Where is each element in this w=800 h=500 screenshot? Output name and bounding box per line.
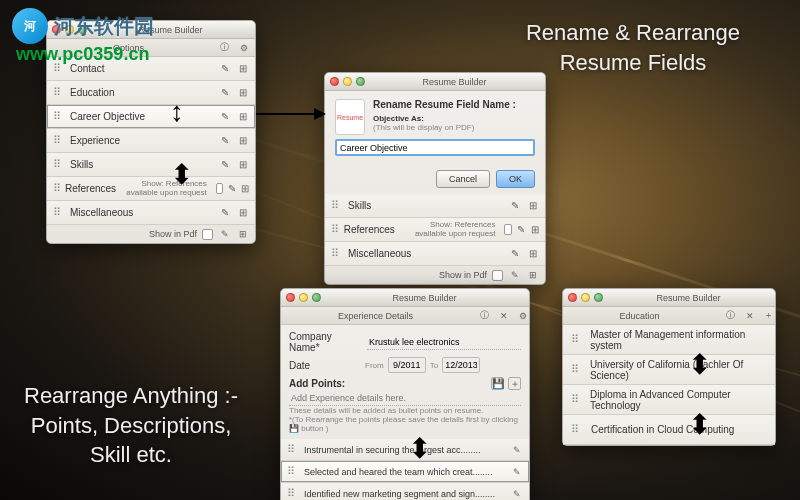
edit-icon[interactable]: ✎ [218, 62, 231, 75]
add-icon[interactable]: ＋ [508, 377, 521, 390]
edit-icon[interactable]: ✎ [218, 86, 231, 99]
grip-icon[interactable]: ⠿ [53, 134, 65, 147]
grip-icon[interactable]: ⠿ [571, 363, 582, 376]
grid-icon[interactable]: ⊞ [526, 269, 539, 282]
row-checkbox[interactable] [216, 183, 223, 194]
list-item[interactable]: ⠿ References Show: References available … [47, 177, 255, 201]
titlebar[interactable]: Resume Builder [563, 289, 775, 307]
dialog-subheading: Objective As: [335, 114, 535, 123]
arrow-updown-icon: ⬍ [688, 348, 711, 381]
edit-icon[interactable]: ✎ [218, 228, 231, 241]
row-label: Experience [70, 135, 213, 146]
grid-icon[interactable]: ⊞ [531, 223, 539, 236]
arrow-updown-icon: ⬍ [408, 432, 431, 465]
grip-icon[interactable]: ⠿ [53, 86, 65, 99]
bullet-row[interactable]: ⠿ Selected and heared the team which cre… [281, 461, 529, 483]
list-item[interactable]: ⠿ Miscellaneous ✎ ⊞ [325, 242, 545, 266]
close-icon[interactable] [330, 77, 339, 86]
rename-input[interactable] [335, 139, 535, 156]
list-item[interactable]: ⠿ Education ✎ ⊞ [47, 81, 255, 105]
info-icon[interactable]: ⓘ [478, 309, 491, 322]
titlebar[interactable]: Resume Builder [281, 289, 529, 307]
grip-icon[interactable]: ⠿ [571, 393, 582, 406]
edit-icon[interactable]: ✎ [510, 465, 523, 478]
edit-icon[interactable]: ✎ [218, 110, 231, 123]
grip-icon[interactable]: ⠿ [571, 423, 583, 436]
grid-icon[interactable]: ⊞ [236, 206, 249, 219]
edit-icon[interactable]: ✎ [510, 443, 523, 456]
edit-icon[interactable]: ✎ [508, 199, 521, 212]
close-icon[interactable]: ✕ [497, 309, 510, 322]
edit-icon[interactable]: ✎ [218, 206, 231, 219]
grip-icon[interactable]: ⠿ [331, 199, 343, 212]
grip-icon[interactable]: ⠿ [331, 247, 343, 260]
education-row[interactable]: ⠿ Master of Management information syste… [563, 325, 775, 355]
edit-icon[interactable]: ✎ [218, 134, 231, 147]
grip-icon[interactable]: ⠿ [53, 206, 65, 219]
grid-icon[interactable]: ⊞ [236, 228, 249, 241]
toolbar-title: Experience Details [281, 311, 470, 321]
edit-icon[interactable]: ✎ [508, 247, 521, 260]
date-to-input[interactable] [442, 357, 480, 373]
grid-icon[interactable]: ⊞ [526, 247, 539, 260]
date-from-input[interactable] [388, 357, 426, 373]
list-item[interactable]: ⠿ Skills ✎ ⊞ [47, 153, 255, 177]
info-icon[interactable]: ⓘ [218, 41, 231, 54]
minimize-icon[interactable] [581, 293, 590, 302]
grid-icon[interactable]: ⊞ [236, 158, 249, 171]
close-icon[interactable] [568, 293, 577, 302]
watermark-logo: 河 [12, 8, 48, 44]
grip-icon[interactable]: ⠿ [331, 223, 339, 236]
grip-icon[interactable]: ⠿ [53, 158, 65, 171]
gear-icon[interactable]: ⚙ [516, 309, 529, 322]
list-item[interactable]: ⠿ Skills ✎ ⊞ [325, 194, 545, 218]
save-icon[interactable]: 💾 [491, 377, 504, 390]
grid-icon[interactable]: ⊞ [236, 86, 249, 99]
grid-icon[interactable]: ⊞ [241, 182, 249, 195]
company-input[interactable] [367, 334, 521, 350]
list-item[interactable]: ⠿ Miscellaneous ✎ ⊞ [47, 201, 255, 225]
grip-icon[interactable]: ⠿ [287, 465, 299, 478]
grip-icon[interactable]: ⠿ [287, 443, 299, 456]
bullet-row[interactable]: ⠿ Identified new marketing segment and s… [281, 483, 529, 500]
grip-icon[interactable]: ⠿ [287, 487, 299, 500]
show-pdf-checkbox[interactable] [492, 270, 503, 281]
education-text: Diploma in Advanced Computer Technology [590, 389, 767, 411]
titlebar[interactable]: Resume Builder [325, 73, 545, 91]
zoom-icon[interactable] [312, 293, 321, 302]
grip-icon[interactable]: ⠿ [571, 333, 582, 346]
add-point-input[interactable] [289, 390, 521, 406]
row-checkbox[interactable] [504, 224, 512, 235]
edit-icon[interactable]: ✎ [517, 223, 525, 236]
info-icon[interactable]: ⓘ [724, 309, 737, 322]
edit-icon[interactable]: ✎ [508, 269, 521, 282]
minimize-icon[interactable] [343, 77, 352, 86]
bullet-row[interactable]: ⠿ Instrumental in securing the largest a… [281, 439, 529, 461]
from-label: From [365, 361, 384, 370]
education-row[interactable]: ⠿ Certification in Cloud Computing [563, 415, 775, 445]
ok-button[interactable]: OK [496, 170, 535, 188]
grip-icon[interactable]: ⠿ [53, 110, 65, 123]
close-icon[interactable] [286, 293, 295, 302]
grid-icon[interactable]: ⊞ [526, 199, 539, 212]
cancel-button[interactable]: Cancel [436, 170, 490, 188]
edit-icon[interactable]: ✎ [510, 487, 523, 500]
minimize-icon[interactable] [299, 293, 308, 302]
education-row[interactable]: ⠿ Diploma in Advanced Computer Technolog… [563, 385, 775, 415]
add-icon[interactable]: ＋ [762, 309, 775, 322]
education-row[interactable]: ⠿ University of California (Bachler Of S… [563, 355, 775, 385]
grid-icon[interactable]: ⊞ [236, 134, 249, 147]
edit-icon[interactable]: ✎ [218, 158, 231, 171]
grip-icon[interactable]: ⠿ [53, 182, 60, 195]
close-icon[interactable]: ✕ [743, 309, 756, 322]
edit-icon[interactable]: ✎ [228, 182, 236, 195]
list-item[interactable]: ⠿ Career Objective ✎ ⊞ [47, 105, 255, 129]
list-item[interactable]: ⠿ Experience ✎ ⊞ [47, 129, 255, 153]
show-pdf-checkbox[interactable] [202, 229, 213, 240]
zoom-icon[interactable] [594, 293, 603, 302]
grid-icon[interactable]: ⊞ [236, 110, 249, 123]
gear-icon[interactable]: ⚙ [237, 41, 250, 54]
grid-icon[interactable]: ⊞ [236, 62, 249, 75]
list-item[interactable]: ⠿ References Show: References available … [325, 218, 545, 242]
zoom-icon[interactable] [356, 77, 365, 86]
